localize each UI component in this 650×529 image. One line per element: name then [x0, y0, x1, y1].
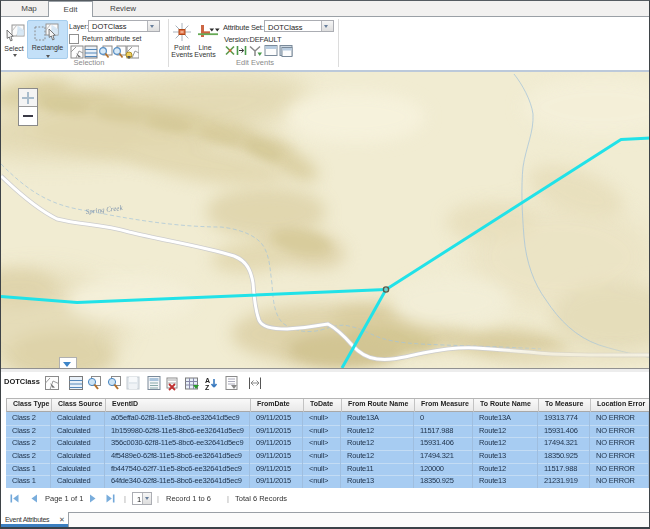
- svg-text:A: A: [205, 377, 210, 384]
- svg-text:Z: Z: [205, 384, 210, 391]
